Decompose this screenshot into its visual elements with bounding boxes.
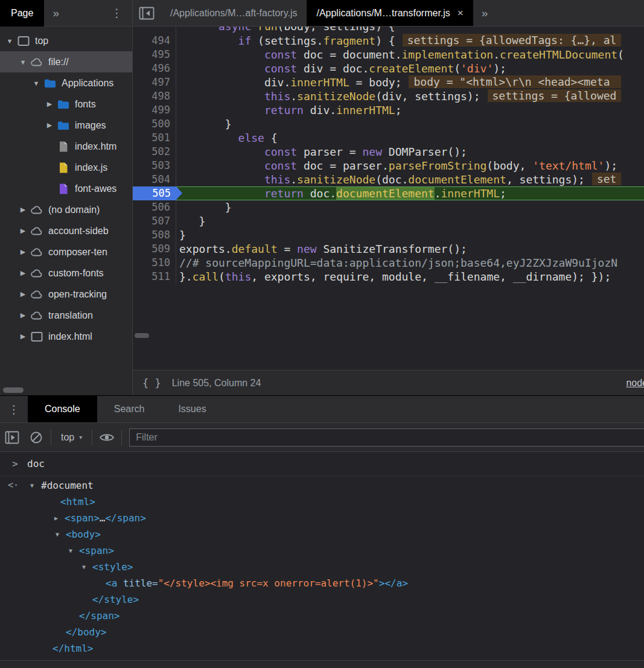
line-number[interactable]: 497 bbox=[133, 75, 176, 89]
line-content[interactable]: const doc = parser.parseFromString(body,… bbox=[176, 159, 644, 173]
code-line-509[interactable]: 509exports.default = new SanitizeTransfo… bbox=[133, 242, 644, 256]
code-line-507[interactable]: 507 } bbox=[133, 214, 644, 228]
line-content[interactable]: const div = doc.createElement('div'); bbox=[176, 62, 644, 75]
code-line-506[interactable]: 506 } bbox=[133, 200, 644, 214]
code-line-502[interactable]: 502 const parser = new DOMParser(); bbox=[133, 145, 644, 159]
tab-sanitize-factory-file[interactable]: /Applications/M…aft-factory.js bbox=[161, 0, 307, 26]
sidebar-scrollbar[interactable] bbox=[0, 387, 132, 393]
disclosure-triangle-icon[interactable]: ▶ bbox=[18, 269, 28, 277]
context-selector[interactable]: top ▾ bbox=[54, 432, 89, 443]
tree-item-custom-fonts[interactable]: ▶custom-fonts bbox=[0, 262, 132, 284]
tree-item-file-[interactable]: ▼file:// bbox=[0, 51, 132, 72]
live-expression-button[interactable] bbox=[95, 432, 119, 443]
tab-search[interactable]: Search bbox=[97, 396, 162, 422]
disclosure-triangle-icon[interactable]: ▶ bbox=[18, 206, 28, 214]
line-content[interactable]: const doc = document.implementation.crea… bbox=[176, 48, 644, 62]
disclosure-triangle-icon[interactable]: ▶ bbox=[45, 100, 54, 108]
line-content[interactable]: this.sanitizeNode(div, settings);setting… bbox=[176, 89, 644, 103]
disclosure-triangle-icon[interactable]: ▼ bbox=[56, 526, 59, 542]
tree-item-translation[interactable]: ▶translation bbox=[0, 305, 132, 326]
code-line-511[interactable]: 511}.call(this, exports, require, module… bbox=[133, 270, 644, 284]
console-prompt-strip[interactable] bbox=[0, 660, 644, 668]
code-line-496[interactable]: 496 const div = doc.createElement('div')… bbox=[133, 62, 644, 75]
disclosure-triangle-icon[interactable]: ▶ bbox=[18, 227, 28, 235]
node-link[interactable]: node bbox=[626, 378, 644, 389]
line-number[interactable]: 506 bbox=[133, 200, 176, 214]
line-number[interactable]: 500 bbox=[133, 117, 176, 131]
code-line-495[interactable]: 495 const doc = document.implementation.… bbox=[133, 48, 644, 62]
line-content[interactable]: } bbox=[176, 117, 644, 131]
editor-hscrollbar[interactable] bbox=[133, 333, 644, 341]
line-content[interactable]: } bbox=[176, 200, 644, 214]
console-dom-node[interactable]: </style> bbox=[0, 591, 644, 608]
drawer-menu-icon[interactable]: ⋮ bbox=[0, 396, 28, 422]
line-number[interactable]: 499 bbox=[133, 103, 176, 117]
disclosure-triangle-icon[interactable]: ▶ bbox=[18, 332, 28, 340]
tree-item-fonts[interactable]: ▶fonts bbox=[0, 94, 132, 115]
line-content[interactable]: const parser = new DOMParser(); bbox=[176, 145, 644, 159]
code-line-500[interactable]: 500 } bbox=[133, 117, 644, 131]
disclosure-triangle-icon[interactable]: ▶ bbox=[18, 311, 28, 319]
console-dom-node[interactable]: ▶<span>…</span> bbox=[0, 510, 644, 526]
console-dom-node[interactable]: </span> bbox=[0, 608, 644, 624]
code-line-503[interactable]: 503 const doc = parser.parseFromString(b… bbox=[133, 159, 644, 173]
line-content[interactable]: }.call(this, exports, require, module, _… bbox=[176, 270, 644, 284]
editor-hscrollbar-thumb[interactable] bbox=[135, 333, 149, 338]
code-line-504[interactable]: 504 this.sanitizeNode(doc.documentElemen… bbox=[133, 173, 644, 186]
line-number[interactable]: 504 bbox=[133, 173, 176, 186]
tree-item-index-js[interactable]: index.js bbox=[0, 157, 132, 178]
tree-item-account-sideb[interactable]: ▶account-sideb bbox=[0, 220, 132, 241]
console-filter-input[interactable] bbox=[129, 428, 644, 447]
line-number[interactable]: 509 bbox=[133, 242, 176, 256]
tree-item-open-tracking[interactable]: ▶open-tracking bbox=[0, 284, 132, 305]
code-line-510[interactable]: 510//# sourceMappingURL=data:application… bbox=[133, 256, 644, 270]
console-dom-node[interactable]: <html> bbox=[0, 494, 644, 510]
disclosure-triangle-icon[interactable]: ▶ bbox=[54, 510, 58, 526]
line-content[interactable]: div.innerHTML = body;body = "<html>\r\n … bbox=[176, 75, 644, 89]
line-number[interactable]: 503 bbox=[133, 159, 176, 173]
tab-console[interactable]: Console bbox=[28, 396, 97, 422]
disclosure-triangle-icon[interactable]: ▼ bbox=[31, 80, 41, 87]
disclosure-triangle-icon[interactable]: ▼ bbox=[5, 37, 14, 45]
line-number[interactable]: 502 bbox=[133, 145, 176, 159]
console-dom-node[interactable]: </html> bbox=[0, 640, 644, 657]
tree-item--no-domain-[interactable]: ▶(no domain) bbox=[0, 199, 132, 220]
tab-issues[interactable]: Issues bbox=[161, 396, 223, 422]
disclosure-triangle-icon[interactable]: ▼ bbox=[18, 59, 28, 66]
code-line-497[interactable]: 497 div.innerHTML = body;body = "<html>\… bbox=[133, 75, 644, 89]
close-tab-icon[interactable]: × bbox=[457, 7, 464, 19]
code-line-501[interactable]: 501 else { bbox=[133, 131, 644, 145]
disclosure-triangle-icon[interactable]: ▶ bbox=[18, 290, 28, 298]
line-number[interactable]: 494 bbox=[133, 34, 176, 48]
disclosure-triangle-icon[interactable]: ▼ bbox=[82, 559, 86, 575]
disclosure-triangle-icon[interactable]: ▶ bbox=[18, 248, 28, 256]
tree-item-applications[interactable]: ▼Applications bbox=[0, 72, 132, 94]
tree-item-images[interactable]: ▶images bbox=[0, 115, 132, 136]
navigator-menu-icon[interactable]: ⋮ bbox=[106, 6, 127, 20]
line-number[interactable]: 498 bbox=[133, 89, 176, 103]
console-sidebar-button[interactable] bbox=[0, 431, 24, 444]
line-number[interactable]: 501 bbox=[133, 131, 176, 145]
line-content[interactable]: this.sanitizeNode(doc.documentElement, s… bbox=[176, 173, 644, 186]
more-editor-tabs-icon[interactable]: » bbox=[473, 0, 497, 26]
pretty-print-icon[interactable]: { } bbox=[133, 377, 172, 389]
line-content[interactable]: else { bbox=[176, 131, 644, 145]
hide-navigator-button[interactable] bbox=[133, 0, 161, 26]
tree-item-font-awes[interactable]: font-awes bbox=[0, 178, 132, 199]
console-dom-node[interactable]: ▼#document bbox=[0, 477, 644, 494]
code-editor[interactable]: async run(body, settings) { 494 if (sett… bbox=[133, 27, 644, 370]
console-dom-node[interactable]: ▼<body> bbox=[0, 526, 644, 542]
line-content[interactable]: //# sourceMappingURL=data:application/js… bbox=[176, 256, 644, 270]
more-tabs-icon[interactable]: » bbox=[44, 7, 68, 20]
line-number[interactable] bbox=[133, 27, 176, 33]
tree-item-top[interactable]: ▼top bbox=[0, 30, 132, 51]
console-dom-node[interactable]: ▼<style> bbox=[0, 559, 644, 575]
line-content[interactable]: } bbox=[176, 228, 644, 242]
tree-item-composer-ten[interactable]: ▶composer-ten bbox=[0, 241, 132, 262]
line-content[interactable]: return doc.documentElement.innerHTML; bbox=[176, 186, 644, 200]
line-content[interactable]: return div.innerHTML; bbox=[176, 103, 644, 117]
line-content[interactable]: async run(body, settings) { bbox=[176, 27, 644, 33]
tree-item-index-html[interactable]: ▶index.html bbox=[0, 326, 132, 347]
console-dom-node[interactable]: ▼<span> bbox=[0, 542, 644, 559]
code-line-499[interactable]: 499 return div.innerHTML; bbox=[133, 103, 644, 117]
